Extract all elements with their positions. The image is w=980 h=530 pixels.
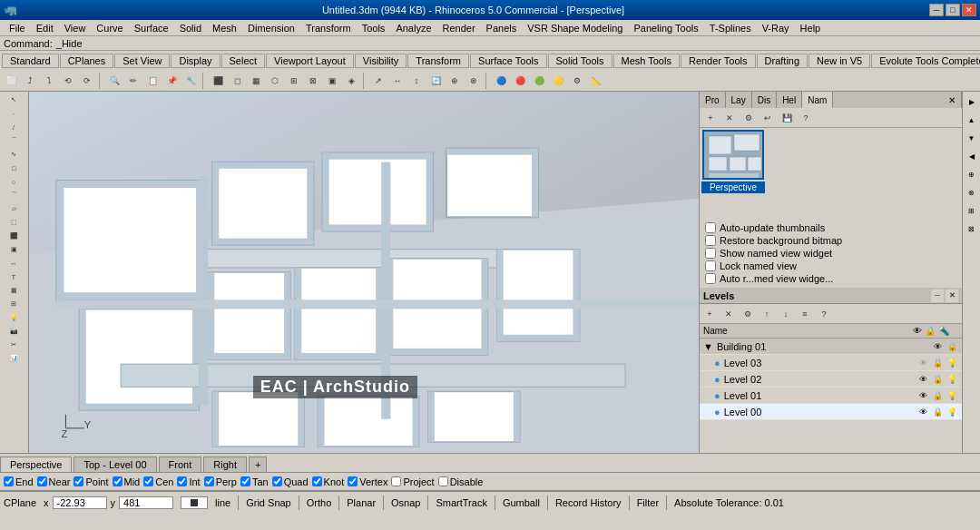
tab-right[interactable]: Right [203, 456, 247, 472]
lt-section[interactable]: ✂ [2, 339, 25, 351]
lt-surface[interactable]: ▱ [2, 202, 25, 215]
toolbar-tab-mesh-tools[interactable]: Mesh Tools [613, 54, 680, 68]
tb-btn-6[interactable]: 🔍 [105, 72, 123, 90]
menu-dimension[interactable]: Dimension [242, 22, 300, 34]
level-light-01[interactable]: 💡 [946, 389, 958, 402]
et-btn-4[interactable]: ◀ [964, 148, 980, 164]
toolbar-tab-set-view[interactable]: Set View [114, 54, 170, 68]
lt-text[interactable]: T [2, 270, 25, 283]
snap-perp[interactable]: Perp [204, 476, 237, 487]
tb-btn-14[interactable]: ⬡ [266, 72, 284, 90]
tb-btn-1[interactable]: ⬜ [2, 72, 20, 90]
tb-btn-19[interactable]: ↗ [369, 72, 387, 90]
y-value[interactable]: 481 [119, 496, 173, 509]
snap-mid[interactable]: Mid [113, 476, 141, 487]
tb-btn-3[interactable]: ⤵ [40, 72, 58, 90]
level-eye-01[interactable]: 👁 [916, 389, 929, 402]
snap-tan[interactable]: Tan [240, 476, 269, 487]
viewport[interactable]: Perspective ▾ [29, 92, 699, 453]
tb-btn-11[interactable]: ⬛ [209, 72, 227, 90]
building-eye-icon[interactable]: 👁 [931, 340, 944, 353]
tb-btn-17[interactable]: ▣ [323, 72, 341, 90]
level-row-01[interactable]: ● Level 01 👁 🔒 💡 [700, 388, 962, 404]
levels-help-btn[interactable]: ? [815, 305, 833, 323]
toolbar-tab-viewport-layout[interactable]: Viewport Layout [266, 54, 354, 68]
menu-render[interactable]: Render [437, 22, 481, 34]
maximize-button[interactable]: □ [946, 4, 960, 16]
et-btn-3[interactable]: ▼ [964, 130, 980, 146]
snap-tan-cb[interactable] [240, 476, 250, 486]
levels-add-btn[interactable]: + [701, 305, 719, 323]
levels-close[interactable]: ✕ [946, 290, 958, 302]
level-eye-03[interactable]: 👁 [916, 357, 929, 369]
et-btn-1[interactable]: ▶ [964, 93, 980, 110]
tb-btn-18[interactable]: ◈ [342, 72, 360, 90]
tb-btn-16[interactable]: ⊠ [304, 72, 322, 90]
grid-snap[interactable]: Grid Snap [246, 497, 291, 508]
toolbar-tab-transform[interactable]: Transform [407, 54, 469, 68]
snap-mid-cb[interactable] [113, 476, 122, 486]
filter[interactable]: Filter [637, 497, 659, 508]
menu-surface[interactable]: Surface [129, 22, 174, 34]
tb-btn-2[interactable]: ⤴ [21, 72, 39, 90]
menu-v-ray[interactable]: V-Ray [757, 22, 795, 34]
snap-point-cb[interactable] [74, 476, 83, 486]
lt-mesh[interactable]: ▣ [2, 243, 25, 256]
panel-tab-nam[interactable]: Nam [802, 92, 833, 108]
level-light-02[interactable]: 💡 [946, 373, 958, 386]
panel-tab-lay[interactable]: Lay [726, 92, 752, 108]
menu-analyze[interactable]: Analyze [390, 22, 436, 34]
lt-line[interactable]: / [2, 121, 25, 133]
ortho[interactable]: Ortho [307, 497, 332, 508]
x-value[interactable]: -22.93 [53, 496, 107, 509]
tb-btn-5[interactable]: ⟳ [78, 72, 96, 90]
level-row-02[interactable]: ● Level 02 👁 🔒 💡 [700, 371, 962, 388]
panel-tab-hel[interactable]: Hel [777, 92, 802, 108]
levels-del-btn[interactable]: ✕ [720, 305, 738, 323]
et-btn-8[interactable]: ⊠ [964, 221, 980, 237]
level-light-00[interactable]: 💡 [946, 406, 958, 418]
menu-help[interactable]: Help [795, 22, 827, 34]
level-row-building01[interactable]: ▼ Building 01 👁 🔒 [700, 339, 962, 355]
menu-file[interactable]: File [4, 22, 31, 34]
et-btn-7[interactable]: ⊞ [964, 202, 980, 219]
snap-point[interactable]: Point [74, 476, 108, 487]
lt-circle[interactable]: ○ [2, 175, 25, 188]
toolbar-tab-solid-tools[interactable]: Solid Tools [548, 54, 612, 68]
tab-add[interactable]: + [249, 456, 267, 472]
menu-tools[interactable]: Tools [357, 22, 391, 34]
close-button[interactable]: ✕ [962, 4, 976, 16]
cb-autoupdate[interactable] [705, 222, 716, 233]
menu-t-splines[interactable]: T-Splines [704, 22, 757, 34]
tb-btn-10[interactable]: 🔧 [181, 72, 200, 90]
level-eye-02[interactable]: 👁 [916, 373, 929, 386]
snap-project-cb[interactable] [391, 476, 401, 486]
levels-minimize[interactable]: ─ [931, 290, 944, 302]
menu-paneling-tools[interactable]: Paneling Tools [628, 22, 703, 34]
levels-up-btn[interactable]: ↑ [758, 305, 776, 323]
views-restore-btn[interactable]: ↩ [759, 109, 777, 127]
level-row-03[interactable]: ● Level 03 👁 🔒 💡 [700, 355, 962, 371]
toolbar-tab-new-in-v5[interactable]: New in V5 [808, 54, 870, 68]
lt-camera[interactable]: 📷 [2, 325, 25, 338]
snap-end[interactable]: End [4, 476, 34, 487]
snap-quad-cb[interactable] [272, 476, 282, 486]
cb-show-widget[interactable] [705, 248, 716, 259]
level-row-00[interactable]: ● Level 00 👁 🔒 💡 [700, 404, 962, 420]
tab-top-level00[interactable]: Top - Level 00 [74, 456, 156, 472]
toolbar-tab-display[interactable]: Display [171, 54, 220, 68]
views-save-btn[interactable]: 💾 [778, 109, 796, 127]
level-light-03[interactable]: 💡 [946, 357, 958, 369]
level-lock-03[interactable]: 🔒 [931, 357, 944, 369]
tb-btn-13[interactable]: ▦ [247, 72, 265, 90]
tb-btn-15[interactable]: ⊞ [285, 72, 303, 90]
snap-int[interactable]: Int [177, 476, 200, 487]
toolbar-tab-standard[interactable]: Standard [2, 54, 59, 68]
snap-quad[interactable]: Quad [272, 476, 309, 487]
toolbar-tab-render-tools[interactable]: Render Tools [681, 54, 756, 68]
tab-front[interactable]: Front [159, 456, 202, 472]
snap-vertex-cb[interactable] [348, 476, 358, 486]
tb-btn-23[interactable]: ⊕ [446, 72, 464, 90]
toolbar-tab-cplanes[interactable]: CPlanes [60, 54, 114, 68]
toolbar-tab-visibility[interactable]: Visibility [355, 54, 407, 68]
